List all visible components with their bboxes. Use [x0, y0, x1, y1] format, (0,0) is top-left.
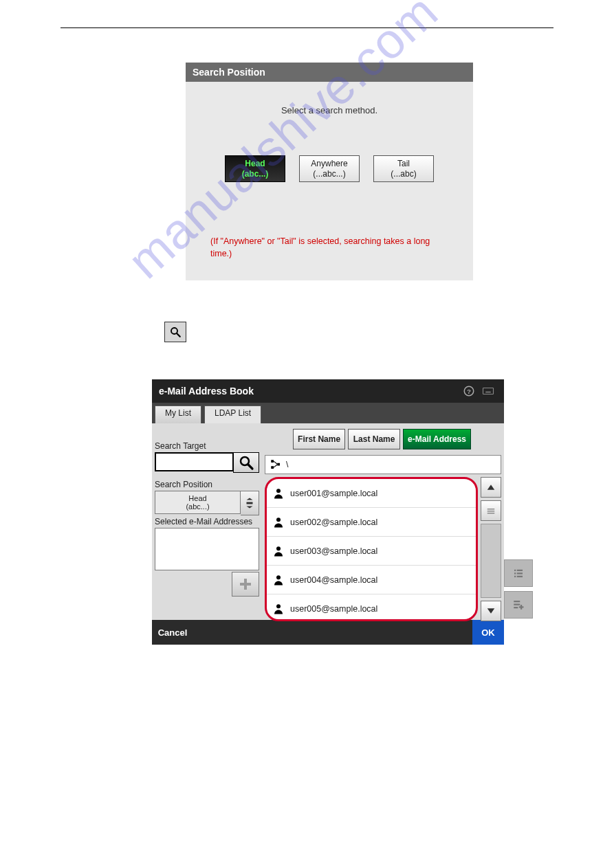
keyboard-icon[interactable]	[479, 382, 497, 400]
svg-rect-4	[483, 388, 494, 394]
address-book-header: e-Mail Address Book ?	[152, 379, 504, 403]
ok-button[interactable]: OK	[472, 620, 504, 645]
search-method-row: Head (abc...) Anywhere (...abc...) Tail …	[206, 155, 452, 182]
svg-line-1	[177, 333, 180, 337]
address-book-title: e-Mail Address Book	[159, 386, 254, 397]
person-icon	[272, 603, 285, 615]
triangle-up-icon	[485, 481, 497, 493]
svg-rect-32	[514, 570, 516, 571]
help-icon[interactable]: ?	[460, 382, 478, 400]
result-item[interactable]: user005@sample.local	[267, 594, 476, 621]
magnifier-icon	[238, 454, 254, 471]
method-head-label: Head	[245, 159, 265, 169]
svg-rect-39	[514, 604, 520, 605]
search-field-modes: First Name Last Name e-Mail Address	[290, 426, 474, 452]
svg-point-24	[276, 546, 281, 550]
grip-icon	[485, 504, 497, 517]
expand-icon	[243, 497, 256, 509]
scroll-grip[interactable]	[481, 500, 501, 521]
svg-rect-42	[519, 606, 524, 608]
search-button[interactable]	[233, 452, 259, 473]
result-item[interactable]: user003@sample.local	[267, 537, 476, 566]
tab-ldap-list[interactable]: LDAP List	[204, 405, 261, 423]
svg-point-26	[276, 604, 281, 608]
magnifier-icon	[169, 326, 182, 338]
svg-text:?: ?	[467, 388, 471, 395]
person-icon	[272, 487, 285, 500]
list-icon	[512, 567, 525, 579]
svg-rect-17	[271, 460, 274, 463]
address-book-left-column: Search Target Search Position Head (abc.	[152, 423, 262, 620]
search-position-field-label: Search Position	[155, 480, 259, 489]
selected-addresses-box	[155, 528, 259, 570]
scroll-down-button[interactable]	[481, 601, 501, 621]
method-anywhere-hint: (...abc...)	[313, 169, 345, 179]
svg-rect-16	[240, 583, 251, 586]
svg-point-22	[276, 489, 281, 493]
mode-first-name-button[interactable]: First Name	[293, 429, 345, 449]
scroll-up-button[interactable]	[481, 477, 501, 498]
list-view-button[interactable]	[504, 559, 533, 587]
result-item[interactable]: user004@sample.local	[267, 566, 476, 594]
ldap-path-text: \	[286, 460, 288, 469]
svg-line-11	[248, 465, 252, 469]
method-tail-label: Tail	[397, 159, 410, 169]
ldap-path-row: \	[265, 455, 501, 474]
search-position-display: Head (abc...)	[155, 491, 241, 514]
result-item[interactable]: user002@sample.local	[267, 508, 476, 537]
address-book-footer: Cancel OK	[152, 620, 504, 645]
search-position-line2: (abc...)	[186, 502, 209, 511]
method-anywhere-label: Anywhere	[311, 159, 347, 169]
method-head-hint: (abc...)	[242, 169, 269, 179]
result-email: user001@sample.local	[290, 489, 377, 498]
list-plus-icon	[512, 599, 525, 611]
method-tail-hint: (...abc)	[391, 169, 416, 179]
svg-rect-33	[517, 570, 523, 571]
method-head-button[interactable]: Head (abc...)	[225, 155, 285, 182]
address-book-right-column: \ user001@sample.local user002@sample.lo…	[262, 423, 504, 620]
selected-addresses-label: Selected e-Mail Addresses	[155, 517, 259, 526]
person-icon	[272, 545, 285, 557]
svg-marker-27	[487, 485, 495, 490]
search-target-input[interactable]	[155, 452, 234, 471]
svg-point-25	[276, 575, 281, 579]
email-address-book-panel: e-Mail Address Book ? My List LDAP List …	[152, 379, 504, 645]
svg-point-23	[276, 518, 281, 522]
svg-marker-12	[247, 498, 253, 500]
scroll-track[interactable]	[481, 524, 501, 598]
triangle-down-icon	[485, 605, 497, 617]
svg-rect-34	[514, 572, 516, 574]
result-email: user002@sample.local	[290, 518, 377, 527]
inline-search-icon-button	[164, 322, 186, 342]
svg-rect-40	[514, 607, 518, 608]
plus-icon	[237, 576, 254, 592]
search-target-label: Search Target	[155, 441, 259, 451]
page-top-rule	[61, 27, 553, 28]
side-action-buttons	[504, 559, 531, 619]
svg-rect-38	[514, 601, 520, 602]
method-tail-button[interactable]: Tail (...abc)	[373, 155, 434, 182]
svg-rect-36	[514, 576, 516, 577]
tab-my-list[interactable]: My List	[155, 405, 201, 423]
results-scrollbar	[481, 477, 501, 621]
search-position-expand-button[interactable]	[241, 491, 259, 515]
result-email: user005@sample.local	[290, 604, 377, 614]
add-selected-button[interactable]	[232, 572, 259, 597]
method-anywhere-button[interactable]: Anywhere (...abc...)	[299, 155, 360, 182]
person-icon	[272, 516, 285, 528]
svg-marker-14	[247, 507, 253, 509]
result-email: user004@sample.local	[290, 575, 377, 585]
tree-icon	[270, 458, 282, 471]
search-position-line1: Head	[188, 494, 206, 502]
add-to-list-button[interactable]	[504, 591, 533, 619]
person-icon	[272, 574, 285, 586]
result-item[interactable]: user001@sample.local	[267, 479, 476, 508]
svg-rect-13	[247, 502, 253, 504]
mode-last-name-button[interactable]: Last Name	[348, 429, 400, 449]
svg-rect-18	[271, 466, 274, 469]
svg-rect-35	[517, 572, 523, 574]
svg-marker-31	[487, 608, 495, 614]
cancel-button[interactable]: Cancel	[152, 620, 193, 645]
mode-email-button[interactable]: e-Mail Address	[403, 429, 471, 449]
svg-line-21	[274, 465, 277, 467]
